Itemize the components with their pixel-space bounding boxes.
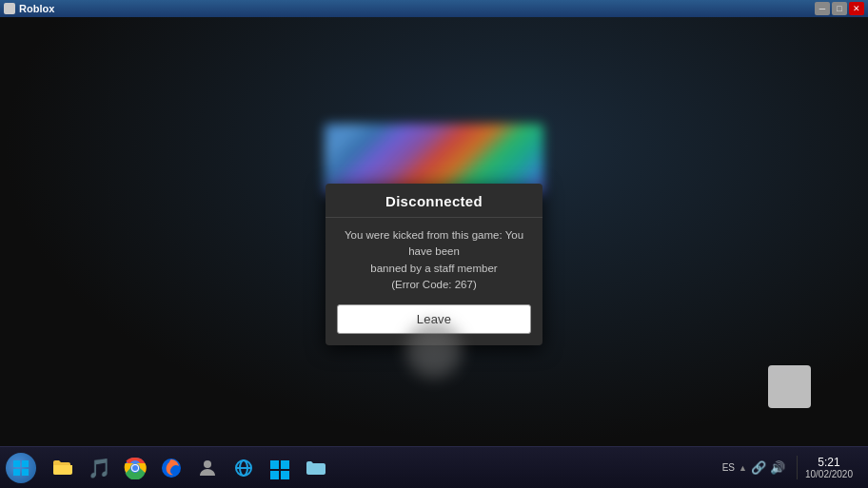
notification-square	[768, 365, 811, 408]
message-line2: banned by a staff member	[370, 263, 497, 274]
svg-rect-3	[22, 469, 29, 476]
arrow-up-icon: ▲	[739, 463, 747, 473]
maximize-button[interactable]: □	[832, 2, 847, 15]
message-line1: You were kicked from this game: You have…	[345, 229, 523, 257]
svg-rect-2	[13, 469, 20, 476]
dialog-title: Disconnected	[337, 193, 531, 209]
minimize-button[interactable]: ─	[815, 2, 830, 15]
window-title: Roblox	[19, 3, 54, 14]
system-tray: ES ▲ 🔗 🔊 5:21 10/02/2020	[717, 456, 868, 479]
network-icon[interactable]: 🔗	[751, 460, 766, 475]
firefox-taskbar-icon[interactable]	[154, 451, 188, 485]
dialog-message: You were kicked from this game: You have…	[339, 227, 529, 293]
clock-time: 5:21	[818, 456, 839, 469]
windows-explorer-icon[interactable]	[263, 451, 297, 485]
window-controls: ─ □ ✕	[815, 2, 864, 15]
dialog-body: You were kicked from this game: You have…	[326, 218, 542, 304]
language-indicator: ES	[722, 462, 735, 473]
app-icon	[4, 3, 15, 14]
folder-taskbar-icon[interactable]	[46, 451, 80, 485]
volume-icon[interactable]: 🔊	[770, 460, 785, 475]
clock-date: 10/02/2020	[805, 469, 853, 479]
start-button[interactable]	[6, 453, 36, 483]
dialog-title-section: Disconnected	[326, 184, 542, 218]
svg-rect-12	[270, 460, 279, 469]
start-area[interactable]	[0, 447, 42, 489]
title-bar-left: Roblox	[4, 3, 54, 14]
svg-rect-14	[270, 471, 279, 479]
close-button[interactable]: ✕	[849, 2, 864, 15]
tray-icons: ES ▲ 🔗 🔊	[717, 460, 791, 475]
system-clock[interactable]: 5:21 10/02/2020	[797, 456, 860, 479]
explorer-taskbar-icon[interactable]	[299, 451, 333, 485]
game-area: Disconnected You were kicked from this g…	[0, 17, 868, 446]
ie-taskbar-icon[interactable]	[227, 451, 261, 485]
svg-rect-0	[13, 460, 20, 467]
avatar-blur	[405, 322, 463, 379]
svg-rect-15	[281, 471, 289, 479]
svg-point-8	[204, 460, 211, 468]
title-bar: Roblox ─ □ ✕	[0, 0, 868, 17]
taskbar-icons: 🎵	[42, 451, 717, 485]
svg-rect-1	[22, 460, 29, 467]
taskbar: 🎵	[0, 446, 868, 488]
svg-rect-13	[281, 460, 289, 469]
media-taskbar-icon[interactable]: 🎵	[82, 451, 116, 485]
chrome-taskbar-icon[interactable]	[118, 451, 152, 485]
svg-point-6	[132, 465, 138, 471]
user-taskbar-icon[interactable]	[190, 451, 225, 485]
message-line3: (Error Code: 267)	[391, 279, 476, 290]
